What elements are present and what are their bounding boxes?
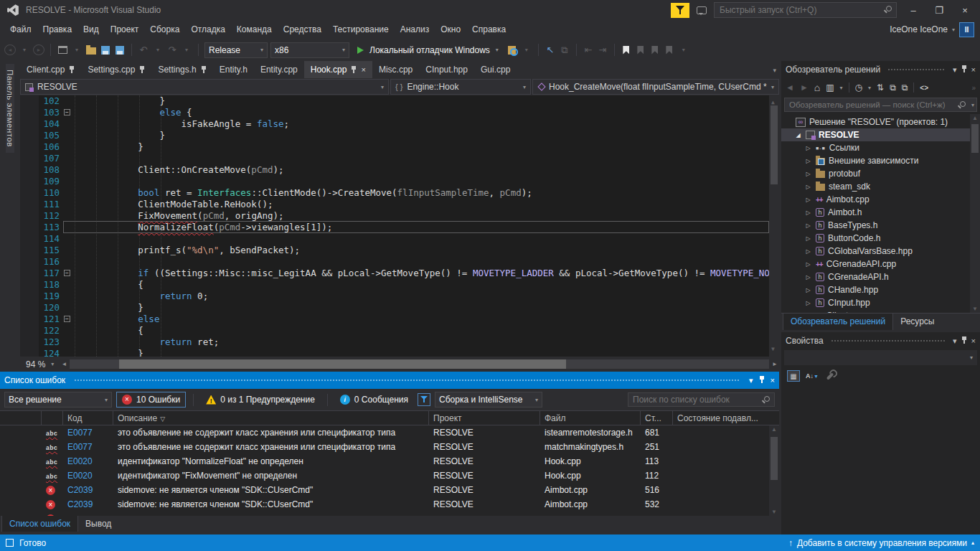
breakpoint-margin[interactable]: [20, 302, 39, 314]
breakpoint-margin[interactable]: [20, 107, 39, 118]
code-line[interactable]: 103− else {: [20, 107, 779, 118]
source-filter-combo[interactable]: Сборка и IntelliSense ▾: [435, 392, 542, 408]
categorized-icon[interactable]: ▦: [787, 370, 800, 382]
breakpoint-margin[interactable]: [20, 268, 39, 279]
scrollbar-thumb[interactable]: [119, 359, 567, 369]
se-forward-icon[interactable]: ►: [800, 83, 809, 93]
scroll-down-icon[interactable]: ▼: [771, 509, 777, 515]
expander-icon[interactable]: ◢: [794, 132, 802, 138]
breakpoint-margin[interactable]: [20, 130, 39, 141]
breakpoint-margin[interactable]: [20, 245, 39, 256]
code-line[interactable]: 117− if ((Settings::Misc::misc_LegitAA &…: [20, 268, 779, 279]
menu-item[interactable]: Проект: [105, 21, 145, 38]
pin-icon[interactable]: [961, 336, 967, 346]
copy-icon[interactable]: ⧉: [559, 44, 570, 57]
breadcrumb-member-combo[interactable]: Hook_CreateMove(float flInputSampleTime,…: [532, 79, 779, 95]
avatar[interactable]: II: [959, 22, 974, 37]
properties-header[interactable]: Свойства ▾ ×: [781, 332, 980, 349]
properties-object-combo[interactable]: ▾: [784, 350, 977, 365]
attach-chevron-icon[interactable]: ▾: [521, 44, 532, 57]
code-line[interactable]: 118 {: [20, 279, 779, 291]
breakpoint-margin[interactable]: [20, 336, 39, 348]
chevron-down-icon[interactable]: ▾: [840, 85, 843, 91]
tree-item[interactable]: ▷■-■Ссылки: [781, 141, 980, 154]
editor-horizontal-scrollbar[interactable]: [70, 359, 769, 369]
code-line[interactable]: 116: [20, 256, 779, 268]
fold-margin[interactable]: [63, 199, 73, 210]
new-project-chevron-icon[interactable]: ▾: [71, 44, 83, 57]
fold-margin[interactable]: [63, 153, 73, 164]
editor-tab[interactable]: Settings.cpp: [81, 61, 151, 78]
menu-item[interactable]: Вид: [77, 21, 105, 38]
attach-process-icon[interactable]: [507, 44, 518, 57]
nav-back-icon[interactable]: ◄: [4, 44, 16, 55]
breakpoint-margin[interactable]: [20, 118, 39, 130]
breadcrumb-scope-combo[interactable]: { } Engine::Hook ▾: [390, 79, 531, 95]
fold-margin[interactable]: −: [63, 314, 73, 325]
configuration-combo[interactable]: Release ▾: [204, 42, 268, 58]
pin-icon[interactable]: [351, 66, 357, 74]
undo-icon[interactable]: ↶: [138, 44, 149, 57]
breakpoint-margin[interactable]: [20, 233, 39, 245]
se-back-icon[interactable]: ◄: [786, 83, 794, 93]
error-row[interactable]: ×C2039sidemove: не является членом "SDK:…: [0, 483, 779, 497]
tree-scrollbar[interactable]: ▲ ▼: [970, 114, 980, 313]
expander-icon[interactable]: ▷: [804, 274, 812, 281]
maximize-button[interactable]: ❐: [930, 5, 948, 16]
breakpoint-margin[interactable]: [20, 176, 39, 187]
code-view-icon[interactable]: <>: [920, 84, 928, 92]
code-line[interactable]: 109: [20, 176, 779, 187]
tree-item[interactable]: ◢RESOLVE: [781, 128, 980, 141]
code-line[interactable]: 119 return 0;: [20, 291, 779, 302]
fold-margin[interactable]: [63, 325, 73, 336]
tree-item[interactable]: ▷steam_sdk: [781, 180, 980, 193]
se-overflow-icon[interactable]: »: [971, 84, 976, 92]
tree-item[interactable]: ▷hCInput.hpp: [781, 296, 980, 309]
breakpoint-margin[interactable]: [20, 164, 39, 176]
breakpoint-margin[interactable]: [20, 256, 39, 268]
panel-tab[interactable]: Обозреватель решений: [783, 314, 893, 330]
undo-chevron-icon[interactable]: ▾: [152, 44, 164, 57]
tree-item[interactable]: ▷hCHandle.hpp: [781, 283, 980, 296]
navigate-pointer-icon[interactable]: ↖: [545, 44, 556, 57]
expander-icon[interactable]: ▷: [804, 145, 812, 151]
tree-item[interactable]: ∞Решение "RESOLVE" (проектов: 1): [781, 116, 980, 128]
pin-icon[interactable]: [759, 376, 765, 385]
scroll-up-icon[interactable]: ▲: [771, 426, 777, 433]
chevron-down-icon[interactable]: ▾: [749, 376, 753, 385]
next-bookmark-icon[interactable]: [649, 44, 661, 57]
fold-margin[interactable]: [63, 187, 73, 199]
breakpoint-margin[interactable]: [20, 222, 39, 233]
code-line[interactable]: 124 }: [20, 348, 779, 357]
menu-item[interactable]: Сборка: [144, 21, 185, 38]
breakpoint-margin[interactable]: [20, 210, 39, 222]
new-project-icon[interactable]: [57, 44, 68, 57]
menu-item[interactable]: Анализ: [395, 21, 435, 38]
menu-item[interactable]: Команда: [231, 21, 278, 38]
code-line[interactable]: 107: [20, 153, 779, 164]
error-search[interactable]: [628, 392, 775, 407]
quick-launch[interactable]: [714, 2, 897, 18]
solution-search-input[interactable]: [784, 98, 977, 112]
save-icon[interactable]: [100, 44, 111, 57]
fold-margin[interactable]: [63, 210, 73, 222]
fold-margin[interactable]: [63, 291, 73, 302]
error-list-header[interactable]: Список ошибок ▾ ×: [0, 372, 779, 389]
pin-icon[interactable]: [201, 66, 207, 74]
editor-tab[interactable]: Entity.cpp: [254, 61, 304, 78]
prev-bookmark-icon[interactable]: [635, 44, 646, 57]
fold-margin[interactable]: [63, 164, 73, 176]
col-code[interactable]: Код: [63, 411, 113, 426]
scroll-down-icon[interactable]: ▼: [972, 306, 978, 312]
fold-collapse-icon[interactable]: −: [64, 270, 70, 276]
wrench-icon[interactable]: [826, 372, 834, 380]
home-icon[interactable]: ⌂: [814, 82, 820, 93]
fold-margin[interactable]: [63, 141, 73, 153]
code-line[interactable]: 113 NormalizeFloat(pCmd->viewangles[1]);: [20, 222, 779, 233]
fold-margin[interactable]: −: [63, 107, 73, 118]
filter-toggle[interactable]: [418, 393, 430, 406]
editor-tab[interactable]: Entity.h: [213, 61, 254, 78]
expander-icon[interactable]: ▷: [804, 235, 812, 242]
fold-margin[interactable]: [63, 279, 73, 291]
breakpoint-margin[interactable]: [20, 291, 39, 302]
